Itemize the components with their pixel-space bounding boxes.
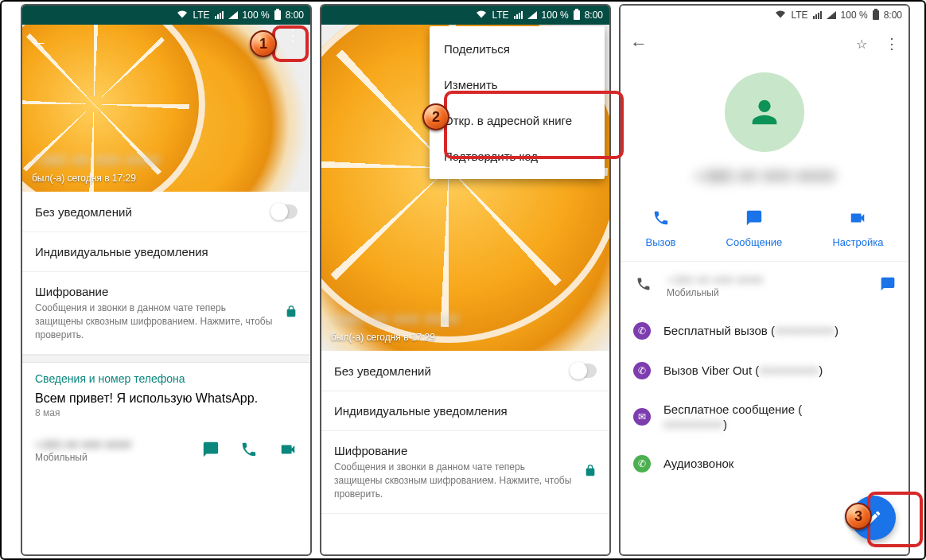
menu-edit[interactable]: Изменить: [430, 67, 605, 103]
custom-notifications-row[interactable]: Индивидуальные уведомления: [321, 391, 609, 431]
last-seen-label: был(-а) сегодня в 17:29: [331, 332, 460, 343]
phone-screen-1: LTE 100 % 8:00 ← ⋮ +380 ## ### #### был(…: [21, 4, 312, 556]
custom-notifications-label: Индивидуальные уведомления: [35, 245, 208, 259]
more-options-button[interactable]: ⋮: [885, 35, 899, 52]
battery-icon: [274, 10, 281, 20]
phone-screen-3: LTE 100 % 8:00 ← ☆ ⋮ +380 ## ### #### Вы…: [619, 4, 910, 556]
action-video-label: Настройка: [832, 236, 883, 248]
viber-icon: ✆: [633, 362, 651, 379]
paren-close: ): [723, 418, 727, 431]
signal-icon: [813, 11, 822, 19]
viber-free-call-row[interactable]: ✆ Бесплатный вызов (#########): [621, 311, 908, 351]
cell-icon: [527, 11, 537, 19]
clock: 8:00: [286, 10, 304, 21]
video-icon[interactable]: [278, 441, 298, 462]
whatsapp-icon: ✆: [633, 455, 651, 472]
mute-label: Без уведомлений: [35, 205, 132, 219]
step-badge-3: 3: [845, 503, 872, 530]
mute-toggle[interactable]: [270, 204, 298, 219]
clock: 8:00: [585, 10, 603, 21]
cell-icon: [228, 11, 238, 19]
phone-type-label: Мобильный: [35, 451, 131, 465]
mute-toggle-row[interactable]: Без уведомлений: [321, 351, 609, 391]
step-badge-2: 2: [422, 103, 449, 130]
contact-name-blurred: +380 ## ### ####: [32, 153, 161, 169]
viber-out-label: Вызов Viber Out (: [663, 364, 759, 377]
encryption-title: Шифрование: [334, 444, 407, 457]
encryption-desc: Сообщения и звонки в данном чате теперь …: [334, 461, 574, 500]
battery-icon: [873, 10, 879, 20]
viber-free-call-label: Бесплатный вызов (: [663, 324, 775, 337]
paren-close: ): [835, 324, 838, 337]
contact-toolbar: ← ☆ ⋮: [621, 25, 908, 63]
lock-icon: [285, 305, 298, 321]
last-seen-label: был(-а) сегодня в 17:29: [32, 173, 161, 184]
about-date: 8 мая: [22, 407, 310, 430]
phone-number-blurred: +380 ## ### ####: [35, 438, 131, 451]
network-type: LTE: [791, 10, 807, 21]
encryption-row[interactable]: Шифрование Сообщения и звонки в данном ч…: [22, 272, 310, 355]
number-blurred: #########: [759, 364, 819, 377]
menu-open-address-book[interactable]: Откр. в адресной книге: [430, 103, 605, 138]
custom-notifications-label: Индивидуальные уведомления: [334, 404, 508, 418]
call-icon: [652, 209, 670, 231]
contact-actions: Вызов Сообщение Настройка: [621, 201, 908, 262]
audio-call-row[interactable]: ✆ Аудиозвонок: [621, 444, 908, 472]
section-divider: [22, 355, 310, 363]
audio-call-label: Аудиозвонок: [663, 457, 733, 470]
message-icon[interactable]: [202, 441, 220, 462]
mute-toggle[interactable]: [570, 364, 597, 378]
action-video[interactable]: Настройка: [832, 209, 883, 248]
encryption-row[interactable]: Шифрование Сообщения и звонки в данном ч…: [321, 431, 609, 514]
contact-avatar[interactable]: [725, 72, 804, 152]
options-dropdown: Поделиться Изменить Откр. в адресной кни…: [430, 26, 605, 179]
info-section-header: Сведения и номер телефона: [22, 363, 310, 385]
favorite-star-icon[interactable]: ☆: [856, 37, 867, 52]
wifi-icon: [775, 10, 786, 21]
phone-number-row[interactable]: +380 ## ### #### Мобильный: [22, 430, 310, 472]
battery-pct: 100 %: [542, 10, 569, 21]
step-badge-1: 1: [250, 30, 277, 57]
viber-icon: ✉: [633, 408, 651, 426]
viber-free-message-label: Бесплатное сообщение (: [663, 402, 802, 416]
mute-toggle-row[interactable]: Без уведомлений: [22, 192, 310, 232]
battery-pct: 100 %: [243, 10, 270, 21]
clock: 8:00: [884, 10, 902, 21]
mute-label: Без уведомлений: [334, 364, 431, 378]
viber-out-row[interactable]: ✆ Вызов Viber Out (#########): [621, 351, 908, 391]
signal-icon: [215, 11, 224, 19]
battery-icon: [574, 10, 580, 20]
action-call-label: Вызов: [646, 236, 676, 248]
wifi-icon: [177, 10, 188, 21]
message-icon: [745, 209, 763, 231]
menu-verify-code[interactable]: Подтвердить код: [430, 138, 605, 174]
phone-number-blurred: +380 ## ### ####: [667, 273, 763, 286]
contact-name-blurred: +380 ## ### ####: [621, 166, 908, 187]
menu-share[interactable]: Поделиться: [430, 31, 605, 67]
mobile-label: Мобильный: [667, 286, 763, 300]
encryption-desc: Сообщения и звонки в данном чате теперь …: [35, 301, 275, 341]
encryption-title: Шифрование: [35, 285, 108, 298]
number-blurred: #########: [663, 418, 723, 431]
signal-icon: [514, 11, 523, 19]
tutorial-frame: LTE 100 % 8:00 ← ⋮ +380 ## ### #### был(…: [0, 0, 926, 560]
contact-name-blurred: +380 ## ### ####: [331, 312, 460, 329]
back-button[interactable]: ←: [30, 33, 48, 53]
back-button[interactable]: ←: [630, 33, 648, 54]
mobile-number-row[interactable]: +380 ## ### #### Мобильный: [621, 262, 908, 311]
status-bar: LTE 100 % 8:00: [321, 6, 609, 25]
more-options-button[interactable]: ⋮: [285, 33, 301, 37]
status-bar: LTE 100 % 8:00: [621, 6, 908, 25]
cell-icon: [827, 11, 836, 19]
custom-notifications-row[interactable]: Индивидуальные уведомления: [22, 232, 310, 272]
action-call[interactable]: Вызов: [646, 209, 676, 248]
number-blurred: #########: [775, 324, 835, 337]
viber-free-message-row[interactable]: ✉ Бесплатное сообщение (#########): [621, 391, 908, 444]
message-icon[interactable]: [880, 276, 896, 296]
call-icon[interactable]: [240, 441, 258, 462]
action-message[interactable]: Сообщение: [726, 209, 783, 248]
lock-icon: [584, 464, 597, 480]
status-bar: LTE 100 % 8:00: [22, 6, 310, 25]
phone-screen-2: LTE 100 % 8:00 +380 ## ### #### был(-а) …: [320, 4, 611, 556]
viber-icon: ✆: [633, 322, 651, 340]
